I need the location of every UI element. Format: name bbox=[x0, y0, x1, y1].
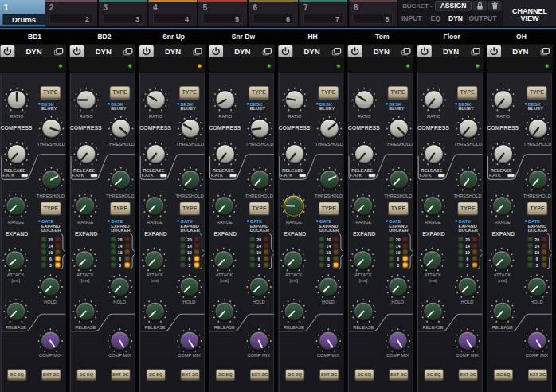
svg-text:TYPE: TYPE bbox=[460, 206, 476, 211]
svg-text:RANGE: RANGE bbox=[495, 220, 511, 225]
svg-text:ATTACK: ATTACK bbox=[147, 272, 164, 277]
svg-text:TYPE: TYPE bbox=[460, 89, 476, 95]
svg-text:DYN: DYN bbox=[443, 47, 459, 56]
svg-text:Snr Dw: Snr Dw bbox=[232, 33, 256, 41]
svg-text:THRESHOLD: THRESHOLD bbox=[523, 194, 551, 198]
svg-text:RELEASE: RELEASE bbox=[144, 325, 165, 330]
svg-text:RELEASE: RELEASE bbox=[73, 168, 95, 173]
svg-text:6: 6 bbox=[286, 15, 290, 23]
svg-text:TYPE: TYPE bbox=[391, 206, 406, 211]
svg-text:HH: HH bbox=[307, 33, 317, 41]
svg-text:EXPAND: EXPAND bbox=[75, 231, 98, 237]
svg-text:[ms]: [ms] bbox=[11, 278, 20, 283]
svg-text:3: 3 bbox=[327, 263, 330, 268]
svg-text:6: 6 bbox=[253, 3, 258, 12]
svg-text:COMPRESS: COMPRESS bbox=[139, 125, 171, 131]
svg-text:[ms]: [ms] bbox=[220, 278, 229, 283]
svg-text:HOLD: HOLD bbox=[253, 300, 265, 304]
svg-text:F.ATK: F.ATK bbox=[420, 173, 432, 178]
svg-text:COMPRESS: COMPRESS bbox=[348, 125, 380, 131]
svg-text:RATIO: RATIO bbox=[427, 114, 441, 119]
svg-text:THRESHOLD: THRESHOLD bbox=[107, 142, 135, 147]
svg-text:EXT SC: EXT SC bbox=[460, 372, 476, 377]
svg-text:10: 10 bbox=[187, 250, 192, 255]
svg-text:TYPE: TYPE bbox=[321, 89, 336, 95]
svg-text:14: 14 bbox=[396, 244, 401, 249]
svg-text:DUCKER: DUCKER bbox=[528, 228, 547, 233]
svg-text:EXPAND: EXPAND bbox=[213, 231, 237, 237]
svg-text:COMPRESS: COMPRESS bbox=[417, 125, 449, 131]
svg-text:COMPRESS: COMPRESS bbox=[487, 125, 519, 131]
svg-text:[ms]: [ms] bbox=[81, 278, 90, 283]
svg-text:F.ATK: F.ATK bbox=[350, 173, 362, 178]
svg-text:THRESHOLD: THRESHOLD bbox=[315, 194, 343, 198]
svg-text:F.ATK: F.ATK bbox=[280, 173, 292, 178]
svg-text:COMP MIX: COMP MIX bbox=[386, 353, 409, 358]
svg-text:RELEASE: RELEASE bbox=[6, 325, 26, 330]
svg-text:2: 2 bbox=[49, 3, 54, 12]
svg-text:THRESHOLD: THRESHOLD bbox=[37, 142, 65, 147]
svg-text:SC EQ: SC EQ bbox=[10, 372, 24, 377]
svg-text:THRESHOLD: THRESHOLD bbox=[384, 194, 412, 198]
svg-text:TYPE: TYPE bbox=[43, 89, 58, 95]
svg-text:14: 14 bbox=[256, 244, 261, 249]
svg-text:RELEASE: RELEASE bbox=[213, 168, 234, 173]
svg-text:RATIO: RATIO bbox=[218, 114, 233, 119]
svg-text:10: 10 bbox=[256, 250, 261, 255]
svg-text:ATTACK: ATTACK bbox=[285, 272, 303, 277]
svg-text:DUCKER: DUCKER bbox=[41, 228, 61, 233]
svg-text:[ms]: [ms] bbox=[289, 278, 298, 283]
svg-text:RANGE: RANGE bbox=[286, 220, 302, 225]
svg-text:EXT SC: EXT SC bbox=[530, 372, 546, 377]
svg-text:EQ: EQ bbox=[431, 14, 441, 22]
svg-text:3: 3 bbox=[104, 3, 108, 12]
svg-text:RELEASE: RELEASE bbox=[491, 168, 512, 173]
svg-text:F.ATK: F.ATK bbox=[72, 173, 84, 178]
svg-text:Floor: Floor bbox=[443, 33, 460, 41]
svg-text:OH: OH bbox=[516, 33, 527, 41]
svg-text:DYN: DYN bbox=[96, 47, 112, 56]
svg-text:EXPAND: EXPAND bbox=[284, 231, 307, 237]
svg-text:20: 20 bbox=[465, 237, 470, 242]
svg-text:EXT SC: EXT SC bbox=[252, 372, 268, 377]
svg-text:HOLD: HOLD bbox=[113, 300, 126, 304]
svg-text:DYN: DYN bbox=[448, 14, 463, 22]
svg-text:4: 4 bbox=[153, 3, 158, 12]
svg-text:6: 6 bbox=[119, 257, 121, 261]
svg-text:RANGE: RANGE bbox=[217, 220, 233, 225]
svg-text:COMP MIX: COMP MIX bbox=[525, 353, 548, 358]
svg-text:RELEASE: RELEASE bbox=[353, 325, 374, 330]
svg-text:6: 6 bbox=[258, 257, 260, 261]
svg-text:THRESHOLD: THRESHOLD bbox=[454, 142, 482, 147]
svg-text:6: 6 bbox=[49, 257, 52, 261]
svg-text:COMP MIX: COMP MIX bbox=[456, 353, 479, 358]
svg-text:3: 3 bbox=[536, 263, 538, 268]
svg-text:5: 5 bbox=[203, 3, 208, 12]
svg-text:TYPE: TYPE bbox=[44, 206, 59, 211]
svg-text:6: 6 bbox=[467, 257, 469, 261]
svg-text:RANGE: RANGE bbox=[355, 220, 371, 225]
svg-text:RELEASE: RELEASE bbox=[214, 325, 235, 330]
svg-text:3: 3 bbox=[119, 263, 121, 268]
svg-text:3: 3 bbox=[189, 263, 191, 268]
svg-text:20: 20 bbox=[256, 237, 261, 242]
svg-text:THRESHOLD: THRESHOLD bbox=[176, 142, 204, 147]
svg-text:THRESHOLD: THRESHOLD bbox=[453, 194, 481, 198]
svg-text:3: 3 bbox=[467, 263, 469, 268]
svg-text:ATTACK: ATTACK bbox=[216, 272, 233, 277]
svg-text:ATTACK: ATTACK bbox=[7, 272, 25, 277]
svg-text:COMPRESS: COMPRESS bbox=[0, 125, 32, 131]
svg-text:RELEASE: RELEASE bbox=[143, 168, 165, 173]
svg-text:DUCKER: DUCKER bbox=[389, 228, 408, 233]
svg-text:EXPAND: EXPAND bbox=[422, 231, 445, 237]
svg-text:VIEW: VIEW bbox=[520, 14, 539, 22]
svg-text:SC EQ: SC EQ bbox=[496, 372, 511, 377]
svg-text:14: 14 bbox=[534, 244, 539, 249]
svg-text:10: 10 bbox=[465, 250, 470, 255]
svg-text:COMPRESS: COMPRESS bbox=[278, 125, 310, 131]
svg-text:BLUEY: BLUEY bbox=[319, 106, 335, 111]
svg-text:14: 14 bbox=[49, 244, 53, 249]
svg-text:DUCKER: DUCKER bbox=[181, 228, 200, 233]
svg-text:RELEASE: RELEASE bbox=[492, 325, 513, 330]
svg-text:20: 20 bbox=[49, 237, 53, 242]
